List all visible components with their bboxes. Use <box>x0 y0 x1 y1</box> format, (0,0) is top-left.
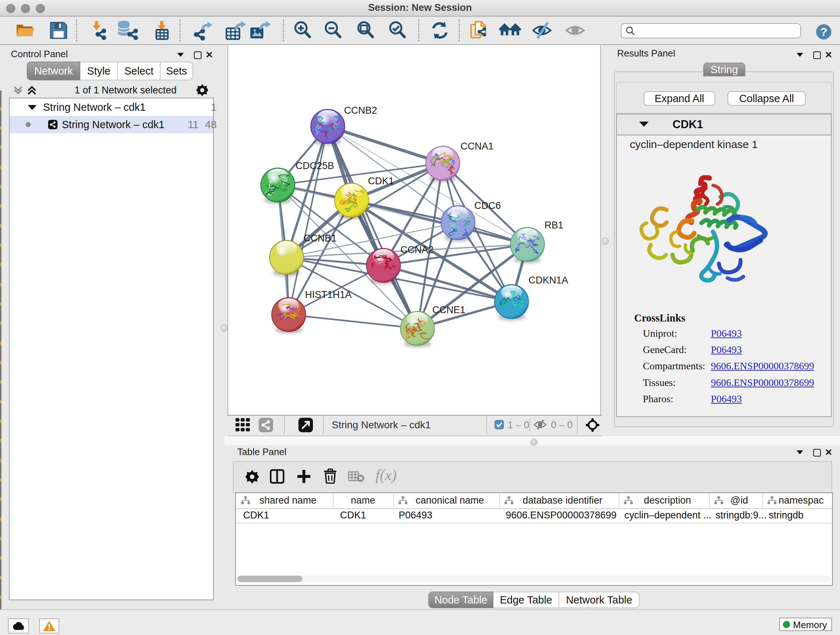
svg-text:CCNA1: CCNA1 <box>461 141 494 152</box>
svg-text:CCNE1: CCNE1 <box>432 304 466 315</box>
svg-text:CDC6: CDC6 <box>474 200 501 211</box>
svg-text:RB1: RB1 <box>545 220 564 231</box>
svg-text:HIST1H1A: HIST1H1A <box>305 289 352 300</box>
svg-text:CDK1: CDK1 <box>368 176 394 187</box>
svg-text:CCNB2: CCNB2 <box>344 105 377 116</box>
svg-text:CCNB1: CCNB1 <box>303 233 337 244</box>
svg-text:CCNA2: CCNA2 <box>401 244 434 255</box>
svg-text:CDKN1A: CDKN1A <box>529 275 568 286</box>
svg-text:CDC25B: CDC25B <box>295 160 334 171</box>
